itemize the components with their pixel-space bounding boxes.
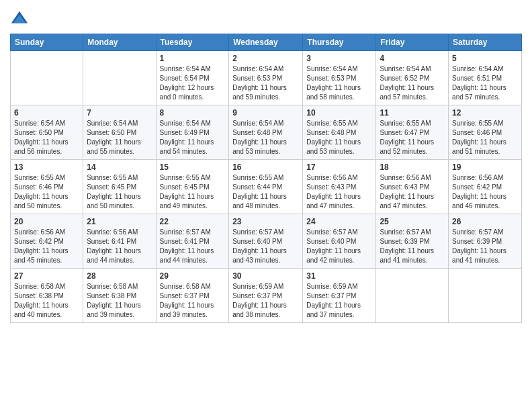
day-number: 26 <box>452 217 518 226</box>
day-number: 7 <box>87 108 152 118</box>
day-number: 15 <box>160 163 226 172</box>
day-number: 13 <box>14 163 79 172</box>
day-number: 31 <box>306 271 372 281</box>
day-number: 24 <box>306 217 372 226</box>
day-number: 4 <box>380 54 445 63</box>
day-detail: Sunrise: 6:57 AMSunset: 6:41 PMDaylight:… <box>160 228 226 265</box>
day-detail: Sunrise: 6:58 AMSunset: 6:38 PMDaylight:… <box>14 282 79 320</box>
day-detail: Sunrise: 6:56 AMSunset: 6:42 PMDaylight:… <box>452 173 518 211</box>
day-number: 23 <box>232 217 299 226</box>
header-cell-saturday: Saturday <box>449 34 522 51</box>
day-number: 16 <box>232 163 299 172</box>
day-detail: Sunrise: 6:54 AMSunset: 6:49 PMDaylight:… <box>160 119 226 156</box>
header-cell-friday: Friday <box>376 34 449 51</box>
day-cell: 8Sunrise: 6:54 AMSunset: 6:49 PMDaylight… <box>156 105 229 160</box>
week-row-2: 6Sunrise: 6:54 AMSunset: 6:50 PMDaylight… <box>11 105 522 160</box>
day-cell: 21Sunrise: 6:56 AMSunset: 6:41 PMDayligh… <box>83 214 156 269</box>
day-cell: 19Sunrise: 6:56 AMSunset: 6:42 PMDayligh… <box>449 160 522 214</box>
day-cell: 12Sunrise: 6:55 AMSunset: 6:46 PMDayligh… <box>449 105 522 160</box>
day-number: 25 <box>380 217 445 226</box>
page: SundayMondayTuesdayWednesdayThursdayFrid… <box>0 0 532 411</box>
day-detail: Sunrise: 6:54 AMSunset: 6:53 PMDaylight:… <box>306 64 372 102</box>
day-number: 18 <box>380 163 445 172</box>
day-detail: Sunrise: 6:54 AMSunset: 6:52 PMDaylight:… <box>380 64 445 102</box>
day-detail: Sunrise: 6:57 AMSunset: 6:40 PMDaylight:… <box>306 228 372 265</box>
day-cell: 3Sunrise: 6:54 AMSunset: 6:53 PMDaylight… <box>303 51 376 105</box>
day-cell <box>376 269 449 323</box>
day-detail: Sunrise: 6:54 AMSunset: 6:53 PMDaylight:… <box>232 64 299 102</box>
day-cell: 20Sunrise: 6:56 AMSunset: 6:42 PMDayligh… <box>11 214 83 269</box>
day-cell: 1Sunrise: 6:54 AMSunset: 6:54 PMDaylight… <box>156 51 229 105</box>
day-number: 21 <box>87 217 152 226</box>
day-number: 8 <box>160 108 226 118</box>
day-detail: Sunrise: 6:57 AMSunset: 6:40 PMDaylight:… <box>232 228 299 265</box>
day-number: 5 <box>452 54 518 63</box>
week-row-1: 1Sunrise: 6:54 AMSunset: 6:54 PMDaylight… <box>11 51 522 105</box>
day-cell: 28Sunrise: 6:58 AMSunset: 6:38 PMDayligh… <box>83 269 156 323</box>
day-cell: 18Sunrise: 6:56 AMSunset: 6:43 PMDayligh… <box>376 160 449 214</box>
day-number: 10 <box>306 108 372 118</box>
day-cell: 10Sunrise: 6:55 AMSunset: 6:48 PMDayligh… <box>303 105 376 160</box>
day-detail: Sunrise: 6:57 AMSunset: 6:39 PMDaylight:… <box>452 228 518 265</box>
day-cell: 15Sunrise: 6:55 AMSunset: 6:45 PMDayligh… <box>156 160 229 214</box>
day-detail: Sunrise: 6:54 AMSunset: 6:50 PMDaylight:… <box>14 119 79 156</box>
day-detail: Sunrise: 6:55 AMSunset: 6:45 PMDaylight:… <box>160 173 226 211</box>
day-cell: 31Sunrise: 6:59 AMSunset: 6:37 PMDayligh… <box>303 269 376 323</box>
day-detail: Sunrise: 6:55 AMSunset: 6:47 PMDaylight:… <box>380 119 445 156</box>
header-cell-wednesday: Wednesday <box>229 34 303 51</box>
day-cell: 6Sunrise: 6:54 AMSunset: 6:50 PMDaylight… <box>11 105 83 160</box>
week-row-3: 13Sunrise: 6:55 AMSunset: 6:46 PMDayligh… <box>11 160 522 214</box>
day-number: 27 <box>14 271 79 281</box>
day-cell: 13Sunrise: 6:55 AMSunset: 6:46 PMDayligh… <box>11 160 83 214</box>
day-detail: Sunrise: 6:55 AMSunset: 6:46 PMDaylight:… <box>14 173 79 211</box>
day-cell: 11Sunrise: 6:55 AMSunset: 6:47 PMDayligh… <box>376 105 449 160</box>
day-detail: Sunrise: 6:54 AMSunset: 6:54 PMDaylight:… <box>160 64 226 102</box>
day-detail: Sunrise: 6:59 AMSunset: 6:37 PMDaylight:… <box>232 282 299 320</box>
day-cell: 4Sunrise: 6:54 AMSunset: 6:52 PMDaylight… <box>376 51 449 105</box>
header-cell-tuesday: Tuesday <box>156 34 229 51</box>
day-detail: Sunrise: 6:56 AMSunset: 6:42 PMDaylight:… <box>14 228 79 265</box>
day-cell <box>11 51 83 105</box>
header <box>10 7 522 28</box>
day-cell <box>83 51 156 105</box>
day-number: 29 <box>160 271 226 281</box>
day-cell: 24Sunrise: 6:57 AMSunset: 6:40 PMDayligh… <box>303 214 376 269</box>
header-row: SundayMondayTuesdayWednesdayThursdayFrid… <box>11 34 522 51</box>
day-detail: Sunrise: 6:55 AMSunset: 6:46 PMDaylight:… <box>452 119 518 156</box>
day-cell: 30Sunrise: 6:59 AMSunset: 6:37 PMDayligh… <box>229 269 303 323</box>
day-number: 6 <box>14 108 79 118</box>
day-number: 9 <box>232 108 299 118</box>
week-row-4: 20Sunrise: 6:56 AMSunset: 6:42 PMDayligh… <box>11 214 522 269</box>
day-cell <box>449 269 522 323</box>
day-detail: Sunrise: 6:56 AMSunset: 6:43 PMDaylight:… <box>306 173 372 211</box>
day-cell: 29Sunrise: 6:58 AMSunset: 6:37 PMDayligh… <box>156 269 229 323</box>
day-number: 12 <box>452 108 518 118</box>
header-cell-monday: Monday <box>83 34 156 51</box>
day-detail: Sunrise: 6:54 AMSunset: 6:51 PMDaylight:… <box>452 64 518 102</box>
day-number: 2 <box>232 54 299 63</box>
header-cell-thursday: Thursday <box>303 34 376 51</box>
day-cell: 5Sunrise: 6:54 AMSunset: 6:51 PMDaylight… <box>449 51 522 105</box>
day-detail: Sunrise: 6:56 AMSunset: 6:43 PMDaylight:… <box>380 173 445 211</box>
day-cell: 23Sunrise: 6:57 AMSunset: 6:40 PMDayligh… <box>229 214 303 269</box>
day-number: 30 <box>232 271 299 281</box>
day-detail: Sunrise: 6:54 AMSunset: 6:48 PMDaylight:… <box>232 119 299 156</box>
day-detail: Sunrise: 6:58 AMSunset: 6:37 PMDaylight:… <box>160 282 226 320</box>
day-detail: Sunrise: 6:55 AMSunset: 6:44 PMDaylight:… <box>232 173 299 211</box>
day-number: 22 <box>160 217 226 226</box>
day-number: 28 <box>87 271 152 281</box>
day-number: 3 <box>306 54 372 63</box>
day-cell: 16Sunrise: 6:55 AMSunset: 6:44 PMDayligh… <box>229 160 303 214</box>
day-cell: 14Sunrise: 6:55 AMSunset: 6:45 PMDayligh… <box>83 160 156 214</box>
day-cell: 25Sunrise: 6:57 AMSunset: 6:39 PMDayligh… <box>376 214 449 269</box>
week-row-5: 27Sunrise: 6:58 AMSunset: 6:38 PMDayligh… <box>11 269 522 323</box>
day-cell: 7Sunrise: 6:54 AMSunset: 6:50 PMDaylight… <box>83 105 156 160</box>
header-cell-sunday: Sunday <box>11 34 83 51</box>
day-number: 1 <box>160 54 226 63</box>
day-cell: 22Sunrise: 6:57 AMSunset: 6:41 PMDayligh… <box>156 214 229 269</box>
day-number: 11 <box>380 108 445 118</box>
day-number: 19 <box>452 163 518 172</box>
logo <box>10 7 30 28</box>
calendar-table: SundayMondayTuesdayWednesdayThursdayFrid… <box>10 34 522 323</box>
day-detail: Sunrise: 6:58 AMSunset: 6:38 PMDaylight:… <box>87 282 152 320</box>
